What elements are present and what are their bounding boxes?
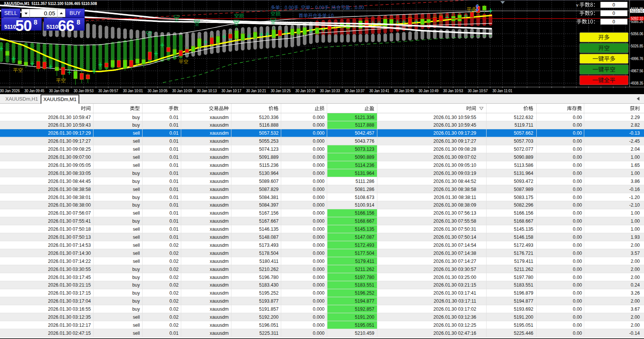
svg-text:0.01: 0.01	[169, 147, 179, 152]
svg-text:0.01: 0.01	[169, 210, 179, 216]
svg-text:0.000: 0.000	[313, 282, 325, 288]
svg-text:buy: buy	[132, 179, 140, 184]
svg-text:2026.01.30 08:38:58: 2026.01.30 08:38:58	[433, 187, 476, 192]
svg-text:2026.01.30 07:14:53: 2026.01.30 07:14:53	[48, 243, 91, 248]
svg-text:5057.532: 5057.532	[259, 130, 279, 136]
svg-text:sell: sell	[133, 155, 140, 160]
svg-text:buy: buy	[132, 195, 140, 200]
svg-text:5122.632: 5122.632	[514, 115, 533, 120]
svg-text:5210.262: 5210.262	[259, 267, 279, 272]
svg-text:sell: sell	[133, 235, 140, 240]
svg-text:5043.776: 5043.776	[355, 139, 374, 144]
svg-text:0.00: 0.00	[573, 195, 582, 200]
svg-text:0.00: 0.00	[573, 298, 582, 304]
svg-text:sell: sell	[133, 259, 140, 264]
svg-text:xauusdm: xauusdm	[210, 122, 229, 128]
svg-text:0.000: 0.000	[313, 195, 325, 200]
svg-text:0.02: 0.02	[169, 298, 179, 304]
svg-text:0.000: 0.000	[313, 251, 325, 256]
svg-text:5225.446: 5225.446	[514, 331, 533, 336]
svg-text:xauusdm: xauusdm	[210, 227, 229, 232]
svg-text:xauusdm: xauusdm	[210, 275, 229, 280]
svg-text:0.02: 0.02	[169, 282, 179, 288]
svg-text:0.00: 0.00	[573, 331, 582, 336]
svg-text:0.000: 0.000	[313, 171, 325, 176]
svg-text:2026.01.30 02:47:16: 2026.01.30 02:47:16	[433, 331, 476, 336]
svg-text:2026.01.30 10:59:47: 2026.01.30 10:59:47	[48, 115, 91, 120]
svg-text:sell: sell	[133, 227, 140, 232]
svg-text:30 Jan 10:41: 30 Jan 10:41	[369, 88, 389, 93]
svg-text:0.00: 0.00	[573, 306, 582, 312]
svg-text:0.00: 0.00	[573, 243, 582, 248]
svg-text:30 Jan 10:25: 30 Jan 10:25	[271, 88, 291, 93]
svg-text:xauusdm: xauusdm	[210, 202, 229, 208]
svg-text:2.00: 2.00	[631, 267, 640, 272]
svg-text:xauusdm: xauusdm	[210, 179, 229, 184]
svg-text:5131.964: 5131.964	[514, 171, 533, 176]
svg-text:5042.457: 5042.457	[355, 130, 374, 136]
svg-text:30 Jan 2026: 30 Jan 2026	[0, 88, 20, 93]
svg-text:0.01: 0.01	[169, 163, 179, 168]
svg-text:5197.780: 5197.780	[355, 275, 374, 280]
svg-text:5057.703: 5057.703	[514, 139, 533, 144]
svg-text:0.02: 0.02	[169, 306, 179, 312]
svg-text:0.000: 0.000	[313, 306, 325, 312]
svg-text:0.000: 0.000	[313, 315, 325, 320]
svg-text:xauusdm: xauusdm	[210, 243, 229, 248]
svg-text:5197.780: 5197.780	[514, 275, 533, 280]
svg-text:2026.01.30 07:55:41: 2026.01.30 07:55:41	[48, 218, 91, 224]
svg-text:5087.989: 5087.989	[514, 187, 533, 192]
svg-text:5179.411: 5179.411	[355, 259, 374, 264]
svg-text:2.82: 2.82	[631, 122, 640, 128]
svg-text:5026.85: 5026.85	[631, 44, 643, 48]
svg-text:0.01: 0.01	[169, 122, 179, 128]
svg-text:xauusdm: xauusdm	[210, 259, 229, 264]
svg-text:2026.01.30 07:56:13: 2026.01.30 07:56:13	[433, 210, 476, 216]
svg-text:buy: buy	[132, 202, 140, 208]
svg-text:sell: sell	[133, 315, 140, 320]
svg-text:3.67: 3.67	[631, 306, 640, 312]
svg-text:5195.051: 5195.051	[355, 323, 374, 328]
svg-text:30 Jan 10:45: 30 Jan 10:45	[394, 88, 414, 93]
svg-text:0.00: 0.00	[573, 290, 582, 296]
svg-text:2026.01.30 07:50:18: 2026.01.30 07:50:18	[48, 227, 91, 232]
svg-text:xauusdm: xauusdm	[210, 235, 229, 240]
svg-text:sell: sell	[133, 251, 140, 256]
svg-text:xauusdm: xauusdm	[210, 115, 229, 120]
svg-text:0.01: 0.01	[169, 171, 179, 176]
svg-text:0.01: 0.01	[169, 218, 179, 224]
svg-text:0.00: 0.00	[573, 139, 582, 144]
svg-text:5115.236: 5115.236	[259, 163, 279, 168]
svg-text:2026.01.30 02:47:15: 2026.01.30 02:47:15	[48, 331, 91, 336]
svg-text:4967.56: 4967.56	[631, 68, 643, 73]
svg-text:2026.01.30 10:59:55: 2026.01.30 10:59:55	[433, 115, 476, 120]
svg-text:sell: sell	[133, 187, 140, 192]
svg-text:30 Jan 10:37: 30 Jan 10:37	[345, 88, 365, 93]
svg-text:buy: buy	[132, 275, 140, 280]
svg-text:xauusdm: xauusdm	[210, 298, 229, 304]
svg-text:0.000: 0.000	[313, 210, 325, 216]
svg-text:0.00: 0.00	[573, 187, 582, 192]
svg-text:1.93: 1.93	[631, 235, 640, 240]
svg-text:0.000: 0.000	[313, 163, 325, 168]
svg-text:2026.01.30 03:12:36: 2026.01.30 03:12:36	[433, 315, 476, 320]
svg-text:5211.262: 5211.262	[355, 267, 374, 272]
svg-text:1.00: 1.00	[631, 155, 640, 160]
svg-text:5172.493: 5172.493	[514, 243, 533, 248]
svg-text:5196.051: 5196.051	[259, 323, 279, 328]
svg-text:1.65: 1.65	[631, 163, 640, 168]
svg-text:xauusdm: xauusdm	[210, 139, 229, 144]
svg-text:0.02: 0.02	[169, 259, 179, 264]
svg-text:5145.135: 5145.135	[355, 227, 374, 232]
svg-text:xauusdm: xauusdm	[210, 251, 229, 256]
svg-text:0.000: 0.000	[313, 187, 325, 192]
svg-text:buy: buy	[132, 298, 140, 304]
svg-text:5173.493: 5173.493	[259, 243, 279, 248]
svg-text:xauusdm: xauusdm	[210, 163, 229, 168]
svg-text:0.02: 0.02	[169, 315, 179, 320]
svg-text:5183.551: 5183.551	[514, 282, 533, 288]
svg-text:5196.780: 5196.780	[259, 275, 279, 280]
svg-text:5100.914: 5100.914	[355, 202, 374, 208]
svg-text:5119.711: 5119.711	[515, 122, 533, 128]
svg-text:2026.01.30 07:56:07: 2026.01.30 07:56:07	[48, 210, 91, 216]
